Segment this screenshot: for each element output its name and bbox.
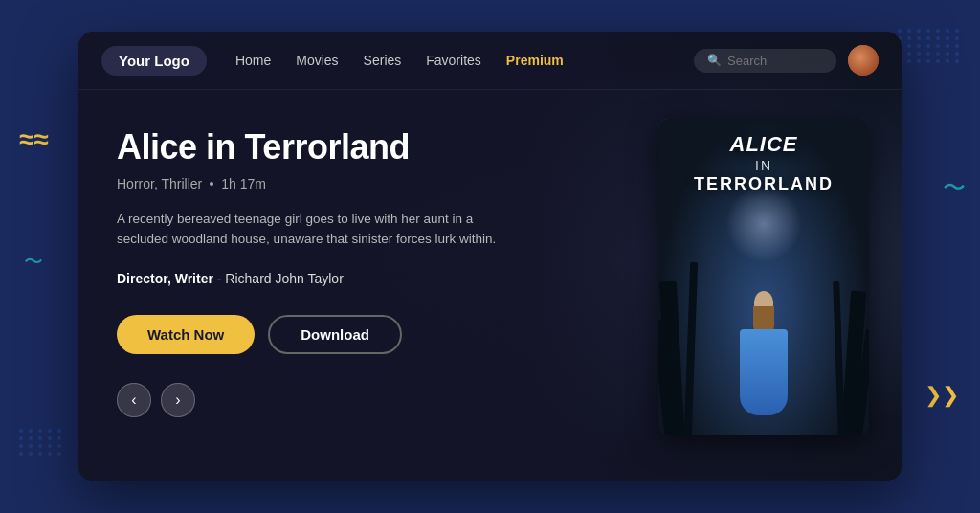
- movie-genres: Horror, Thriller: [117, 176, 202, 191]
- search-input[interactable]: [727, 54, 823, 68]
- deco-wave-left: ≈≈: [19, 124, 49, 155]
- prev-button[interactable]: ‹: [117, 383, 151, 417]
- deco-wave-left2: 〜: [24, 249, 43, 275]
- search-box: 🔍: [694, 49, 836, 73]
- avatar[interactable]: [848, 45, 879, 76]
- nav-arrows: ‹ ›: [117, 383, 639, 417]
- nav-premium[interactable]: Premium: [506, 53, 564, 68]
- poster-title-terrorland: TERRORLAND: [658, 174, 869, 194]
- logo: Your Logo: [101, 46, 207, 76]
- director-line: Director, Writer - Richard John Taylor: [117, 271, 639, 286]
- nav-favorites[interactable]: Favorites: [426, 53, 481, 68]
- nav-movies[interactable]: Movies: [296, 53, 338, 68]
- poster-title-in: IN: [658, 158, 869, 173]
- poster-title: ALICE IN TERRORLAND: [658, 132, 869, 194]
- nav-home[interactable]: Home: [235, 53, 271, 68]
- deco-chevron-right: ❯❯: [924, 383, 959, 408]
- movie-meta: Horror, Thriller 1h 17m: [117, 176, 639, 191]
- director-name: Richard John Taylor: [225, 271, 343, 286]
- meta-dot: [210, 182, 213, 186]
- movie-poster: ALICE IN TERRORLAND: [658, 119, 869, 435]
- nav-links: Home Movies Series Favorites Premium: [235, 53, 694, 68]
- btn-row: Watch Now Download: [117, 315, 639, 354]
- deco-dots-tr: [898, 29, 961, 63]
- poster-title-alice: ALICE: [658, 132, 869, 157]
- next-button[interactable]: ›: [161, 383, 195, 417]
- movie-title: Alice in Terrorland: [117, 128, 639, 167]
- figure-dress: [740, 329, 788, 415]
- movie-duration: 1h 17m: [221, 176, 266, 191]
- download-button[interactable]: Download: [268, 315, 402, 354]
- navbar: Your Logo Home Movies Series Favorites P…: [78, 32, 902, 90]
- director-label: Director, Writer: [117, 271, 213, 286]
- watch-now-button[interactable]: Watch Now: [117, 315, 255, 354]
- movie-description: A recently bereaved teenage girl goes to…: [117, 209, 519, 250]
- search-icon: 🔍: [707, 54, 722, 67]
- deco-dots-bl: [19, 429, 63, 456]
- avatar-image: [848, 45, 879, 76]
- movie-info: Alice in Terrorland Horror, Thriller 1h …: [117, 119, 639, 458]
- deco-check-right: 〜: [943, 172, 966, 203]
- main-card: Your Logo Home Movies Series Favorites P…: [78, 32, 902, 481]
- nav-series[interactable]: Series: [364, 53, 402, 68]
- poster-figure: [730, 291, 797, 415]
- poster-container: ALICE IN TERRORLAND: [658, 119, 879, 458]
- content-area: Alice in Terrorland Horror, Thriller 1h …: [78, 90, 902, 481]
